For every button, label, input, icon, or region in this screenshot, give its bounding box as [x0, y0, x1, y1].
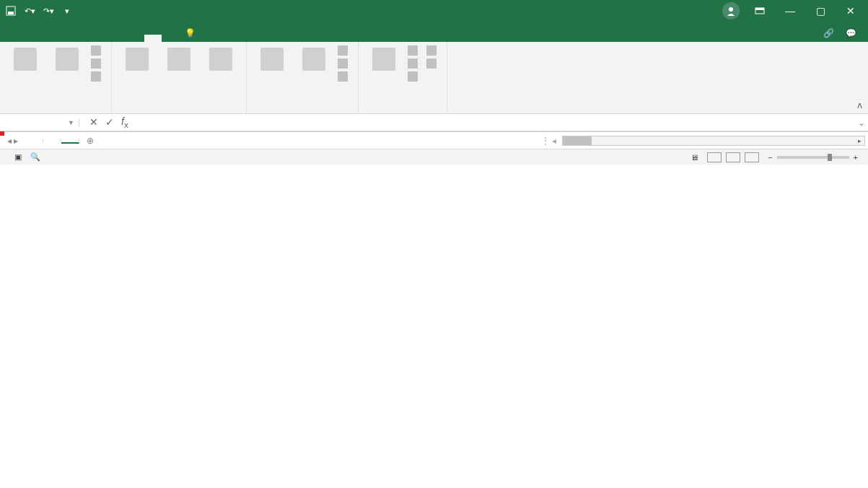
excel-addins-button[interactable]	[159, 45, 198, 75]
relative-ref-button[interactable]	[89, 58, 105, 69]
group-code	[0, 42, 112, 113]
tab-review[interactable]	[110, 35, 127, 42]
macro-security-button[interactable]	[89, 71, 105, 82]
ribbon-tabs: 💡 🔗 💬	[0, 22, 868, 42]
zoom-in-icon[interactable]: +	[854, 153, 858, 162]
add-sheet-button[interactable]: ⊕	[79, 134, 101, 148]
view-page-break-button[interactable]	[745, 152, 759, 162]
quick-access: ↶▾ ↷▾ ▾	[3, 3, 75, 19]
sheet-tabs: ◂ ▸ ⊕ ⋮ ◂ ▸	[0, 131, 868, 149]
com-addins-button[interactable]	[201, 45, 240, 75]
name-box[interactable]: ▼	[0, 119, 79, 126]
window-controls: — ▢ ✕	[745, 3, 865, 19]
status-bar: ▣ 🔍 🖥 − +	[0, 149, 868, 165]
visual-basic-button[interactable]	[6, 45, 45, 75]
display-settings[interactable]: 🖥	[691, 153, 698, 162]
group-xml	[359, 42, 447, 113]
titlebar: ↶▾ ↷▾ ▾ — ▢ ✕	[0, 0, 868, 22]
properties-button[interactable]	[336, 45, 352, 56]
undo-icon[interactable]: ↶▾	[22, 3, 38, 19]
tab-formulas[interactable]	[75, 35, 92, 42]
svg-rect-4	[755, 8, 764, 10]
zoom-control[interactable]: − +	[768, 153, 862, 162]
zoom-out-icon[interactable]: −	[768, 153, 772, 162]
xml-import-button[interactable]	[425, 45, 441, 56]
zoom-slider[interactable]	[777, 156, 849, 159]
group-controls	[247, 42, 359, 113]
tab-file[interactable]	[6, 35, 23, 42]
addins-button[interactable]	[118, 45, 157, 75]
sheet-tab[interactable]	[61, 138, 79, 144]
view-normal-button[interactable]	[707, 152, 722, 162]
formula-bar: ▼ ✕ ✓ fx ⌄	[0, 114, 868, 131]
xml-source-button[interactable]	[364, 45, 403, 75]
accessibility-status[interactable]: 🔍	[30, 152, 40, 162]
xml-export-button[interactable]	[425, 58, 441, 69]
sheet-tab[interactable]	[25, 139, 43, 143]
lightbulb-icon: 💡	[185, 28, 196, 38]
chevron-down-icon[interactable]: ▼	[68, 119, 74, 126]
ribbon-options-icon[interactable]	[745, 3, 774, 19]
save-icon[interactable]	[3, 3, 19, 19]
tab-layout[interactable]	[58, 35, 75, 42]
ribbon: ʌ	[0, 42, 868, 114]
group-addins	[112, 42, 247, 113]
tab-developer[interactable]	[144, 35, 162, 42]
svg-point-2	[729, 7, 733, 12]
expand-formula-icon[interactable]: ⌄	[855, 118, 868, 128]
run-dialog-button[interactable]	[336, 71, 352, 82]
view-buttons	[707, 152, 759, 162]
fx-icon[interactable]: fx	[121, 116, 128, 129]
minimize-icon[interactable]: —	[776, 3, 805, 19]
sheet-tab[interactable]	[43, 139, 61, 143]
xml-refresh-button[interactable]	[406, 71, 422, 82]
design-mode-button[interactable]	[294, 45, 333, 75]
tab-home[interactable]	[23, 35, 40, 42]
collapse-ribbon-icon[interactable]: ʌ	[857, 100, 862, 110]
tab-insert[interactable]	[40, 35, 58, 42]
qa-customize-icon[interactable]: ▾	[59, 3, 75, 19]
accept-formula-icon[interactable]: ✓	[105, 116, 114, 128]
record-macro-button[interactable]	[89, 45, 105, 56]
svg-rect-1	[8, 12, 14, 14]
redo-icon[interactable]: ↷▾	[40, 3, 56, 19]
close-icon[interactable]: ✕	[836, 3, 865, 19]
view-page-layout-button[interactable]	[726, 152, 740, 162]
sheet-nav[interactable]: ◂ ▸	[0, 136, 25, 146]
xml-map-button[interactable]	[406, 45, 422, 56]
xml-ext-button[interactable]	[406, 58, 422, 69]
insert-control-button[interactable]	[253, 45, 291, 75]
macros-button[interactable]	[48, 45, 87, 75]
horizontal-scrollbar[interactable]: ▸	[562, 136, 865, 146]
macro-record-icon[interactable]: ▣	[14, 152, 22, 162]
tab-data[interactable]	[92, 35, 110, 42]
cancel-formula-icon[interactable]: ✕	[89, 116, 98, 128]
tab-help[interactable]	[162, 35, 179, 42]
share-icon[interactable]: 🔗	[817, 25, 840, 42]
tab-view[interactable]	[127, 35, 144, 42]
view-code-button[interactable]	[336, 58, 352, 69]
comments-icon[interactable]: 💬	[840, 25, 862, 42]
user-avatar[interactable]	[722, 2, 740, 19]
highlight-annotation	[0, 131, 4, 136]
maximize-icon[interactable]: ▢	[806, 3, 835, 19]
tell-me[interactable]: 💡	[179, 25, 204, 42]
